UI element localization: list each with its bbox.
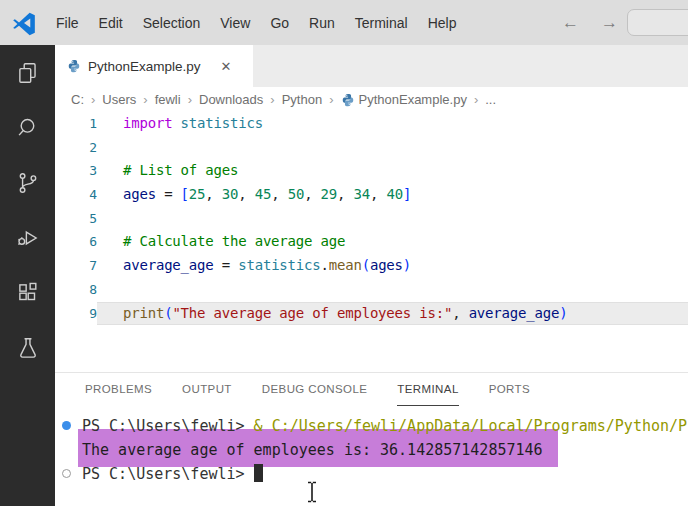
code-line[interactable]: 3# List of ages [55,159,688,183]
menu-item-view[interactable]: View [210,10,260,36]
bottom-panel: PROBLEMSOUTPUTDEBUG CONSOLETERMINALPORTS… [55,372,688,506]
breadcrumb: C:›Users›fewli›Downloads›Python› PythonE… [55,87,688,112]
breadcrumb-label: C: [71,92,84,107]
token-plain: , [238,186,254,202]
token-string: "The average age of employees is:" [172,305,452,321]
code-line[interactable]: 6# Calculate the average age [55,230,688,254]
token-var: ages [370,257,403,273]
code-editor[interactable]: 1import statistics23# List of ages4ages … [55,112,688,325]
breadcrumb-item[interactable]: Python [280,92,324,107]
terminal-block-cursor [254,464,263,482]
panel-tab-debug-console[interactable]: DEBUG CONSOLE [262,373,368,406]
testing-icon[interactable] [0,320,55,375]
breadcrumb-separator-icon: › [91,92,95,107]
code-line[interactable]: 8 [55,278,688,302]
menu-item-help[interactable]: Help [418,10,467,36]
breadcrumb-separator-icon: › [143,92,147,107]
code-line[interactable]: 4ages = [25, 30, 45, 50, 29, 34, 40] [55,183,688,207]
nav-back-icon[interactable]: ← [558,11,583,35]
token-func: print [123,305,164,321]
token-bracket: ) [559,305,567,321]
terminal-output: The average age of employees is: 36.1428… [82,441,543,459]
code-line[interactable]: 5 [55,207,688,231]
terminal-decoration-success-dot[interactable] [62,421,71,430]
breadcrumb-item[interactable]: ... [483,92,498,107]
token-num: 45 [255,186,271,202]
line-number: 6 [55,230,97,254]
menu-item-run[interactable]: Run [299,10,345,36]
token-var: ages [123,186,156,202]
tab-bar: PythonExample.py ✕ [55,45,688,87]
breadcrumb-separator-icon: › [474,92,478,107]
menu-item-selection[interactable]: Selection [133,10,211,36]
code-text: average_age = statistics.mean(ages) [123,254,411,278]
breadcrumb-item[interactable]: Downloads [197,92,265,107]
terminal-prompt: PS C:\Users\fewli> [82,417,254,435]
breadcrumb-label: PythonExample.py [359,92,467,107]
token-comment: # Calculate the average age [123,233,345,249]
token-bracket: ( [362,257,370,273]
code-line[interactable]: 2 [55,136,688,160]
token-var: average_age [123,257,214,273]
token-num: 34 [354,186,370,202]
activity-bar [0,45,55,506]
terminal-prompt: PS C:\Users\fewli> [82,465,254,483]
explorer-icon[interactable] [0,45,55,100]
source-control-icon[interactable] [0,155,55,210]
line-number: 5 [55,207,97,231]
terminal-line[interactable]: The average age of employees is: 36.1428… [55,438,688,462]
panel-tab-problems[interactable]: PROBLEMS [85,373,152,406]
tab-pythonexample[interactable]: PythonExample.py ✕ [55,45,253,87]
code-line[interactable]: 9print("The average age of employees is:… [55,302,688,326]
code-line[interactable]: 1import statistics [55,112,688,136]
token-func: mean [329,257,362,273]
breadcrumb-item[interactable]: Users [100,92,138,107]
code-line[interactable]: 7average_age = statistics.mean(ages) [55,254,688,278]
token-var: average_age [469,305,560,321]
token-comment: # List of ages [123,162,238,178]
command-search-box[interactable] [627,9,688,36]
terminal-line[interactable]: PS C:\Users\fewli> [55,462,688,486]
extensions-icon[interactable] [0,265,55,320]
breadcrumb-item[interactable]: fewli [153,92,183,107]
breadcrumb-label: Downloads [199,92,263,107]
token-plain: , [304,186,320,202]
tab-label: PythonExample.py [88,59,201,74]
token-plain: = [156,186,181,202]
terminal[interactable]: PS C:\Users\fewli> & C:/Users/fewli/AppD… [55,406,688,506]
token-bracket: [ [181,186,189,202]
panel-tab-output[interactable]: OUTPUT [182,373,232,406]
line-number: 1 [55,112,97,136]
nav-forward-icon[interactable]: → [597,11,622,35]
token-module: statistics [238,257,320,273]
breadcrumb-item[interactable]: PythonExample.py [339,92,469,107]
panel-tab-ports[interactable]: PORTS [489,373,530,406]
menu-item-edit[interactable]: Edit [89,10,133,36]
mouse-ibeam-cursor [305,481,319,503]
tab-close-icon[interactable]: ✕ [218,58,235,75]
terminal-decoration-pending-circle[interactable] [62,469,71,478]
menu-item-go[interactable]: Go [260,10,299,36]
breadcrumb-separator-icon: › [270,92,274,107]
terminal-line[interactable]: PS C:\Users\fewli> & C:/Users/fewli/AppD… [55,414,688,438]
editor-group: PythonExample.py ✕ C:›Users›fewli›Downlo… [55,45,688,506]
token-plain: = [214,257,239,273]
code-text: # List of ages [123,159,238,183]
titlebar: FileEditSelectionViewGoRunTerminalHelp ←… [0,0,688,45]
token-keyword: import [123,115,172,131]
line-number: 8 [55,278,97,302]
line-number: 4 [55,183,97,207]
search-icon[interactable] [0,100,55,155]
breadcrumb-label: fewli [155,92,181,107]
breadcrumb-item[interactable]: C: [69,92,86,107]
token-num: 40 [386,186,402,202]
vscode-logo-icon [11,10,37,36]
token-bracket: ) [403,257,411,273]
menu-item-file[interactable]: File [46,10,89,36]
token-num: 50 [288,186,304,202]
menu-item-terminal[interactable]: Terminal [345,10,418,36]
run-and-debug-icon[interactable] [0,210,55,265]
token-bracket: ] [403,186,411,202]
breadcrumb-label: Users [102,92,136,107]
panel-tab-terminal[interactable]: TERMINAL [397,373,458,406]
